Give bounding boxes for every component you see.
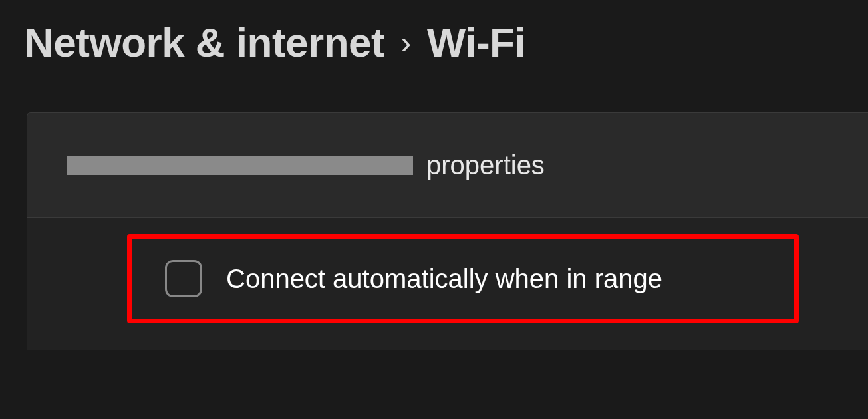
network-name-redacted — [67, 156, 413, 175]
page-header: Network & internet › Wi-Fi — [0, 0, 868, 66]
breadcrumb-parent[interactable]: Network & internet — [24, 19, 384, 66]
connect-auto-checkbox[interactable] — [165, 260, 202, 297]
breadcrumb-current: Wi-Fi — [427, 19, 525, 66]
panel-body: Connect automatically when in range — [27, 218, 868, 350]
connect-auto-label: Connect automatically when in range — [226, 264, 662, 294]
properties-label: properties — [426, 150, 545, 180]
panel-header-row[interactable]: properties — [27, 113, 868, 218]
breadcrumb: Network & internet › Wi-Fi — [24, 19, 844, 66]
chevron-right-icon: › — [400, 24, 410, 61]
settings-panel: properties Connect automatically when in… — [27, 112, 868, 350]
connect-auto-highlight: Connect automatically when in range — [127, 234, 799, 323]
